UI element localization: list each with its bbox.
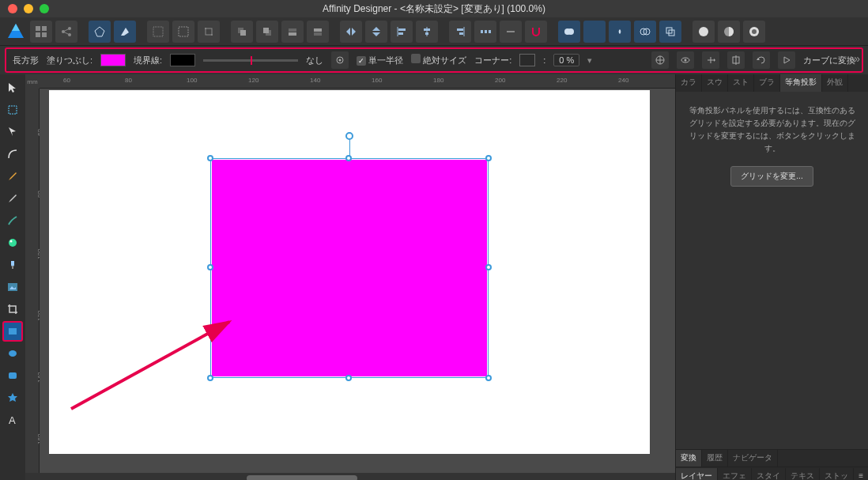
toolbar-view2-button[interactable]	[718, 21, 740, 43]
corner-dropdown-icon[interactable]: ▾	[587, 55, 592, 66]
minimize-window-button[interactable]	[24, 4, 33, 13]
tab-スタイ[interactable]: スタイ	[752, 468, 786, 481]
toolbar-align-c-button[interactable]	[416, 21, 438, 43]
svg-rect-40	[507, 31, 515, 32]
align-icon-2[interactable]	[677, 51, 694, 69]
ruler-vertical[interactable]: 6080100120140160	[25, 89, 40, 473]
artboard-tool[interactable]	[2, 100, 23, 120]
svg-marker-64	[784, 57, 790, 63]
isometric-panel: 等角投影パネルを使用するには、互換性のあるグリッドを設定する必要があります。現在…	[676, 92, 868, 449]
tab-レイヤー[interactable]: レイヤー	[676, 468, 718, 481]
tab-履歴[interactable]: 履歴	[702, 450, 728, 467]
single-radius-label: 単一半径	[368, 55, 403, 65]
toolbar-align-l-button[interactable]	[391, 21, 413, 43]
corner-percent-field[interactable]: 0 %	[553, 54, 579, 66]
persona-export-button[interactable]	[55, 21, 77, 43]
transparency-tool[interactable]	[2, 255, 23, 275]
panel-message: 等角投影パネルを使用するには、互換性のあるグリッドを設定する必要があります。現在…	[685, 104, 859, 155]
ruler-horizontal[interactable]: 6080100120140160180200220240	[40, 74, 675, 89]
fill-swatch[interactable]	[100, 54, 126, 66]
place-image-tool[interactable]	[2, 277, 23, 297]
crop-tool[interactable]	[2, 299, 23, 319]
toolbar-arrange3-button[interactable]	[281, 21, 304, 43]
close-window-button[interactable]	[8, 4, 17, 13]
stroke-width-slider[interactable]	[203, 59, 298, 62]
svg-rect-37	[481, 30, 483, 33]
fill-tool[interactable]	[2, 232, 23, 253]
rectangle-tool[interactable]	[2, 321, 23, 342]
tab-スト[interactable]: スト	[728, 74, 754, 92]
to-curves-button[interactable]: カーブに変換	[803, 55, 855, 66]
toolbar-arrange1-button[interactable]	[231, 21, 253, 43]
tab-ナビゲータ[interactable]: ナビゲータ	[728, 450, 778, 467]
brush-tool[interactable]	[2, 210, 23, 231]
svg-marker-26	[372, 27, 380, 31]
svg-rect-4	[36, 32, 40, 37]
toolbar-op-sub-button[interactable]	[583, 21, 606, 43]
rounded-rect-tool[interactable]	[2, 365, 23, 386]
change-grid-button[interactable]: グリッドを変更...	[730, 166, 813, 187]
star-tool[interactable]	[2, 387, 23, 408]
toolbar-arrange4-button[interactable]	[307, 21, 329, 43]
toolbar-magnet-button[interactable]	[525, 21, 547, 43]
align-icon-3[interactable]	[702, 51, 719, 69]
tab-外観[interactable]: 外観	[822, 74, 848, 92]
horizontal-scrollbar[interactable]	[25, 473, 675, 480]
gear-icon[interactable]	[331, 51, 349, 69]
corner-type-swatch[interactable]	[519, 54, 535, 66]
toolbar-shape-button[interactable]	[89, 21, 111, 43]
toolbar-distribute-button[interactable]	[474, 21, 496, 43]
ellipse-tool[interactable]	[2, 343, 23, 364]
toolbar-op-add-button[interactable]	[558, 21, 580, 43]
toolbar-flip-v-button[interactable]	[365, 21, 387, 43]
zoom-window-button[interactable]	[40, 4, 49, 13]
tab-変換[interactable]: 変換	[676, 450, 702, 467]
window-title: Affinity Designer - <名称未設定> [変更あり] (100.…	[323, 2, 545, 16]
tab-ブラ[interactable]: ブラ	[754, 74, 780, 92]
scrollbar-thumb[interactable]	[247, 475, 357, 480]
tab-カラ[interactable]: カラ	[676, 74, 702, 92]
svg-rect-70	[12, 266, 13, 269]
abs-size-checkbox[interactable]: 絶対サイズ	[411, 54, 466, 66]
overflow-icon[interactable]: »	[854, 52, 860, 65]
panel-menu-icon[interactable]: ≡	[854, 471, 868, 480]
svg-rect-22	[314, 32, 322, 36]
pencil-tool[interactable]	[2, 188, 23, 209]
node-tool[interactable]	[2, 122, 23, 142]
toolbar-snap-toggle-button[interactable]	[500, 21, 522, 43]
toolbar-grid3-button[interactable]	[198, 21, 220, 43]
tab-テキス[interactable]: テキス	[786, 468, 820, 481]
rectangle-shape[interactable]	[212, 160, 487, 376]
tab-等角投影[interactable]: 等角投影	[780, 74, 822, 92]
toolbar-align-r-button[interactable]	[449, 21, 471, 43]
tab-ストッ[interactable]: ストッ	[820, 468, 854, 481]
persona-pixel-button[interactable]	[30, 21, 52, 43]
canvas-viewport[interactable]	[40, 89, 675, 473]
move-tool[interactable]	[2, 77, 23, 98]
single-radius-checkbox[interactable]: 単一半径	[357, 55, 403, 66]
toolbar-view3-button[interactable]	[743, 21, 765, 43]
tab-スウ[interactable]: スウ	[702, 74, 728, 92]
toolbar-arrange2-button[interactable]	[256, 21, 278, 43]
toolbar-grid1-button[interactable]	[147, 21, 169, 43]
toolbar-op-div-button[interactable]	[659, 21, 681, 43]
toolbar-view1-button[interactable]	[693, 21, 715, 43]
svg-rect-5	[42, 32, 47, 37]
align-icon-1[interactable]	[651, 51, 669, 69]
tab-エフェ[interactable]: エフェ	[718, 468, 752, 481]
convert-icon[interactable]	[778, 51, 795, 69]
toolbar-fx-button[interactable]	[114, 21, 136, 43]
corner-tool[interactable]	[2, 144, 23, 164]
rotate-icon[interactable]	[753, 51, 770, 69]
toolbar-flip-h-button[interactable]	[340, 21, 362, 43]
toolbar-op-int-button[interactable]	[609, 21, 631, 43]
text-tool[interactable]: A	[2, 410, 23, 430]
svg-rect-36	[459, 32, 463, 35]
toolbar-op-xor-button[interactable]	[634, 21, 656, 43]
align-icon-4[interactable]	[727, 51, 745, 69]
svg-line-10	[63, 32, 70, 35]
stroke-swatch[interactable]	[170, 54, 195, 66]
panel-tabs-top: カラスウストブラ等角投影外観	[676, 74, 868, 92]
pen-tool[interactable]	[2, 166, 23, 187]
toolbar-grid2-button[interactable]	[172, 21, 194, 43]
